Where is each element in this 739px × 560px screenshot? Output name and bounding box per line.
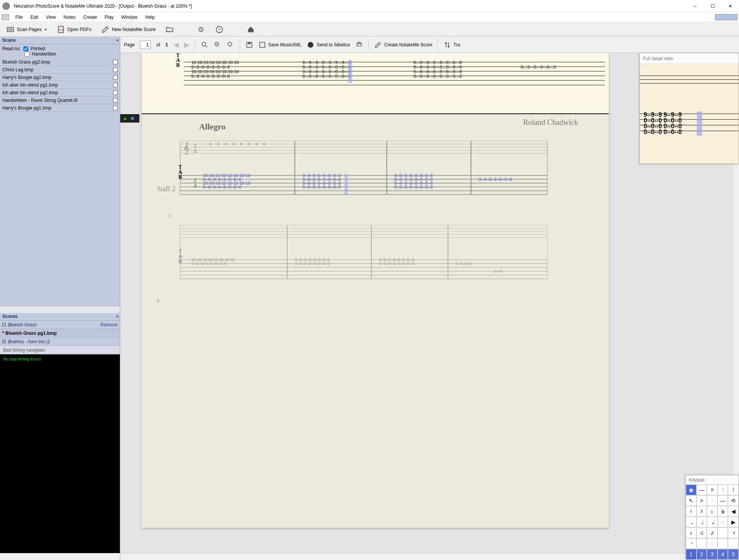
score-item[interactable]: − Blueish Grass Remove	[0, 321, 120, 329]
keypad-cell[interactable]: 𝄁	[728, 485, 739, 495]
file-checkbox[interactable]	[113, 106, 118, 110]
keypad-cell[interactable]	[728, 538, 739, 549]
scores-panel-header[interactable]: Scores ▴	[0, 313, 120, 321]
keypad-tab[interactable]: 3	[707, 549, 718, 560]
full-detail-header[interactable]: Full detail view	[640, 53, 739, 64]
keypad-cell[interactable]	[718, 538, 728, 549]
keypad-cell[interactable]: ♮	[686, 506, 696, 517]
keypad-cell[interactable]: ↖	[686, 495, 696, 506]
scans-scroll[interactable]	[0, 306, 120, 313]
open-folder-button[interactable]	[163, 24, 176, 35]
help-button[interactable]: ?	[213, 24, 226, 35]
keypad-cell[interactable]: 𝅗	[686, 517, 696, 527]
menu-help[interactable]: Help	[141, 13, 159, 21]
keypad-cell[interactable]: 𝄫	[718, 506, 728, 517]
prev-page-button[interactable]: ◀	[173, 41, 179, 49]
keypad-cell[interactable]: 𝄾	[686, 538, 696, 549]
file-checkbox[interactable]	[113, 83, 118, 87]
maximize-button[interactable]: ☐	[704, 0, 721, 12]
keypad-cell[interactable]: ⟲	[728, 495, 739, 506]
menu-edit[interactable]: Edit	[26, 13, 42, 21]
left-bottom-scroll[interactable]	[0, 553, 120, 560]
keypad-cell[interactable]: —	[718, 495, 728, 506]
menu-create[interactable]: Create	[79, 13, 101, 21]
file-checkbox[interactable]	[113, 60, 118, 64]
keypad-cell[interactable]: >	[696, 495, 707, 506]
file-checkbox[interactable]	[113, 90, 118, 95]
keypad-cell[interactable]: ♯	[696, 506, 707, 517]
next-page-button[interactable]: ▶	[184, 41, 190, 49]
keypad-cell[interactable]: ·	[707, 495, 718, 506]
keypad-cell[interactable]: 𝅘𝅥	[707, 517, 718, 527]
minus-icon[interactable]: −	[2, 323, 6, 326]
keypad-cell[interactable]: ♭	[707, 506, 718, 517]
remove-link[interactable]: Remove	[100, 322, 118, 327]
keypad-cell[interactable]: ◉	[686, 485, 696, 495]
list-item[interactable]: Ich aber bin elend pg2.bmp	[0, 89, 120, 97]
keypad-cell[interactable]: ·	[718, 517, 728, 527]
output-page[interactable]: Blueish Grass for Steel-string guitar Ro…	[142, 53, 609, 528]
list-item[interactable]: Christ Lag.bmp	[0, 66, 120, 74]
transpose-button[interactable]: Tra	[443, 41, 460, 49]
mdi-minimize-icon[interactable]	[715, 14, 722, 20]
create-notateme-button[interactable]: Create NotateMe Score	[374, 41, 432, 49]
menu-window[interactable]: Window	[118, 13, 142, 21]
keypad-cell[interactable]	[696, 538, 707, 549]
keypad-cell[interactable]	[718, 527, 728, 538]
list-item[interactable]: Harry's Boogie pg1.bmp	[0, 104, 120, 112]
keypad-tab[interactable]: 4	[718, 549, 728, 560]
minimize-button[interactable]: ─	[686, 0, 704, 12]
settings-button[interactable]	[195, 24, 208, 35]
scan-pages-button[interactable]: Scan Pages ▾	[4, 24, 49, 35]
file-checkbox[interactable]	[113, 67, 118, 72]
printed-checkbox[interactable]	[23, 46, 28, 51]
bad-timing-header[interactable]: Bad timing navigator	[0, 346, 120, 354]
menu-file[interactable]: File	[11, 13, 26, 21]
save-musicxml-button[interactable]: Save MusicXML	[258, 41, 302, 49]
keypad-cell[interactable]: 𝄀	[718, 485, 728, 495]
zoom-fit-icon[interactable]	[214, 41, 221, 49]
music-system-1[interactable]: 𝄞 24 24 10-10-10-10-10-10-10-10 0--0--0-…	[180, 133, 548, 195]
keypad-cell[interactable]: =	[707, 485, 718, 495]
keypad-header[interactable]: Keypad	[686, 475, 739, 485]
new-notateme-button[interactable]: New NotateMe Score	[99, 24, 158, 35]
menu-play[interactable]: Play	[101, 13, 117, 21]
keypad-tab[interactable]: 2	[696, 549, 707, 560]
keypad-cell[interactable]: 𝄽	[728, 527, 739, 538]
page-input[interactable]	[140, 41, 151, 49]
music-system-2[interactable]: 5 10-10-10-10-10-10-10-10 0--0--0--0--0-…	[180, 218, 548, 279]
zoom-in-icon[interactable]	[201, 41, 208, 49]
plus-icon[interactable]: +	[2, 340, 6, 343]
handwritten-checkbox[interactable]	[25, 52, 29, 57]
keypad-cell[interactable]: ▶	[728, 517, 739, 527]
open-pdfs-button[interactable]: PDF Open PDFs	[54, 24, 94, 35]
keypad-cell[interactable]: ·	[707, 538, 718, 549]
list-item[interactable]: Blueish Grass pg2.bmp	[0, 58, 120, 66]
collapse-icon[interactable]: ▴	[116, 314, 118, 318]
keypad-cell[interactable]: ♪	[686, 527, 696, 538]
full-detail-view-panel[interactable]: Full detail view 9--9--9 9--9--9 0--0--0…	[639, 53, 739, 164]
keypad-tab[interactable]: 1	[686, 549, 696, 560]
list-item[interactable]: Handwritten - Ravel String Quartet.tif	[0, 97, 120, 104]
keypad-cell[interactable]: ◀	[728, 506, 739, 517]
mdi-restore-icon[interactable]	[723, 14, 730, 20]
horizontal-scrollbar[interactable]	[120, 553, 739, 560]
score-item[interactable]: + Brahms - horn trio (1	[0, 337, 120, 346]
file-checkbox[interactable]	[113, 98, 118, 103]
save-icon[interactable]	[245, 41, 253, 49]
menu-view[interactable]: View	[42, 13, 60, 21]
keypad-cell[interactable]: ♬	[707, 527, 718, 538]
play-button[interactable]: ▶	[124, 116, 127, 121]
list-item[interactable]: Ich aber bin elend pg1.bmp	[0, 81, 120, 89]
list-item[interactable]: Harry's Boogie pg2.bmp	[0, 74, 120, 81]
keypad-tab[interactable]: 5	[728, 549, 739, 560]
mdi-close-icon[interactable]	[731, 14, 737, 20]
file-checkbox[interactable]	[113, 75, 118, 80]
keypad-cell[interactable]: ♫	[696, 527, 707, 538]
stop-button[interactable]	[131, 117, 134, 120]
print-icon[interactable]	[355, 41, 363, 49]
keypad-panel[interactable]: Keypad ◉ — = 𝄀 𝄁 ↖ > · — ⟲ ♮ ♯ ♭ 𝄫 ◀	[685, 475, 739, 560]
zoom-out-icon[interactable]	[227, 41, 234, 49]
menu-notes[interactable]: Notes	[60, 13, 79, 21]
sysmenu-icon[interactable]	[2, 14, 9, 20]
